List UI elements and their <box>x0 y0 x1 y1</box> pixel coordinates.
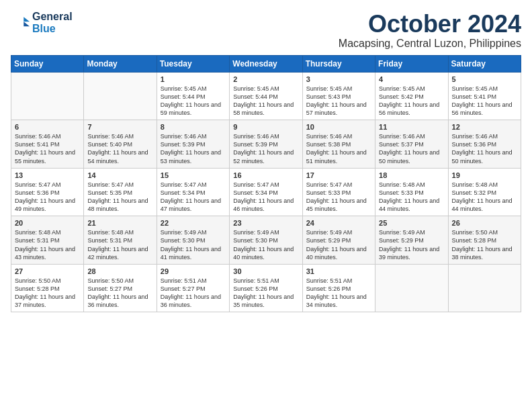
calendar-cell: 10Sunrise: 5:46 AMSunset: 5:38 PMDayligh… <box>302 120 375 169</box>
calendar-cell: 28Sunrise: 5:50 AMSunset: 5:27 PMDayligh… <box>84 264 157 312</box>
calendar-cell: 15Sunrise: 5:47 AMSunset: 5:34 PMDayligh… <box>157 168 229 216</box>
day-number: 27 <box>15 267 80 275</box>
week-row-5: 27Sunrise: 5:50 AMSunset: 5:28 PMDayligh… <box>11 264 521 312</box>
day-detail: Sunrise: 5:46 AMSunset: 5:41 PMDaylight:… <box>15 132 80 165</box>
calendar-cell: 7Sunrise: 5:46 AMSunset: 5:40 PMDaylight… <box>84 120 157 169</box>
day-detail: Sunrise: 5:51 AMSunset: 5:26 PMDaylight:… <box>306 277 371 310</box>
day-detail: Sunrise: 5:45 AMSunset: 5:41 PMDaylight:… <box>452 85 517 118</box>
calendar-cell <box>84 72 157 120</box>
calendar-cell <box>375 264 448 312</box>
day-detail: Sunrise: 5:50 AMSunset: 5:27 PMDaylight:… <box>87 277 152 310</box>
day-number: 30 <box>233 267 298 275</box>
day-number: 7 <box>87 123 152 131</box>
day-detail: Sunrise: 5:45 AMSunset: 5:43 PMDaylight:… <box>306 85 371 118</box>
calendar-cell: 6Sunrise: 5:46 AMSunset: 5:41 PMDaylight… <box>11 120 84 169</box>
calendar-cell: 26Sunrise: 5:50 AMSunset: 5:28 PMDayligh… <box>448 216 521 265</box>
calendar-cell: 24Sunrise: 5:49 AMSunset: 5:29 PMDayligh… <box>302 216 375 265</box>
day-number: 2 <box>233 75 298 83</box>
weekday-header-tuesday: Tuesday <box>157 55 229 72</box>
calendar-cell: 19Sunrise: 5:48 AMSunset: 5:32 PMDayligh… <box>448 168 521 216</box>
week-row-1: 1Sunrise: 5:45 AMSunset: 5:44 PMDaylight… <box>11 72 521 120</box>
calendar-cell: 30Sunrise: 5:51 AMSunset: 5:26 PMDayligh… <box>230 264 302 312</box>
logo: General Blue <box>11 11 73 35</box>
day-detail: Sunrise: 5:50 AMSunset: 5:28 PMDaylight:… <box>452 228 517 261</box>
calendar-cell <box>448 264 521 312</box>
day-number: 1 <box>161 75 226 83</box>
day-detail: Sunrise: 5:49 AMSunset: 5:29 PMDaylight:… <box>306 228 371 261</box>
weekday-header-sunday: Sunday <box>11 55 84 72</box>
day-detail: Sunrise: 5:47 AMSunset: 5:34 PMDaylight:… <box>233 181 298 214</box>
weekday-header-wednesday: Wednesday <box>230 55 302 72</box>
day-number: 23 <box>233 219 298 227</box>
day-detail: Sunrise: 5:47 AMSunset: 5:36 PMDaylight:… <box>15 181 80 214</box>
page-header: General Blue October 2024 Macapsing, Cen… <box>11 11 521 50</box>
calendar-cell: 12Sunrise: 5:46 AMSunset: 5:36 PMDayligh… <box>448 120 521 169</box>
calendar-cell: 22Sunrise: 5:49 AMSunset: 5:30 PMDayligh… <box>157 216 229 265</box>
day-detail: Sunrise: 5:45 AMSunset: 5:44 PMDaylight:… <box>161 85 226 118</box>
week-row-3: 13Sunrise: 5:47 AMSunset: 5:36 PMDayligh… <box>11 168 521 216</box>
day-detail: Sunrise: 5:46 AMSunset: 5:40 PMDaylight:… <box>87 132 152 165</box>
day-number: 31 <box>306 267 371 275</box>
calendar-cell: 4Sunrise: 5:45 AMSunset: 5:42 PMDaylight… <box>375 72 448 120</box>
day-number: 3 <box>306 75 371 83</box>
calendar-cell <box>11 72 84 120</box>
day-detail: Sunrise: 5:49 AMSunset: 5:30 PMDaylight:… <box>233 228 298 261</box>
calendar-table: SundayMondayTuesdayWednesdayThursdayFrid… <box>11 55 521 313</box>
svg-marker-1 <box>24 21 30 26</box>
day-number: 6 <box>15 123 80 131</box>
calendar-cell: 16Sunrise: 5:47 AMSunset: 5:34 PMDayligh… <box>230 168 302 216</box>
calendar-cell: 18Sunrise: 5:48 AMSunset: 5:33 PMDayligh… <box>375 168 448 216</box>
day-detail: Sunrise: 5:48 AMSunset: 5:31 PMDaylight:… <box>87 228 152 261</box>
calendar-cell: 3Sunrise: 5:45 AMSunset: 5:43 PMDaylight… <box>302 72 375 120</box>
location-title: Macapsing, Central Luzon, Philippines <box>339 38 521 50</box>
day-number: 21 <box>87 219 152 227</box>
calendar-cell: 29Sunrise: 5:51 AMSunset: 5:27 PMDayligh… <box>157 264 229 312</box>
calendar-cell: 23Sunrise: 5:49 AMSunset: 5:30 PMDayligh… <box>230 216 302 265</box>
calendar-cell: 14Sunrise: 5:47 AMSunset: 5:35 PMDayligh… <box>84 168 157 216</box>
day-detail: Sunrise: 5:46 AMSunset: 5:38 PMDaylight:… <box>306 132 371 165</box>
calendar-cell: 13Sunrise: 5:47 AMSunset: 5:36 PMDayligh… <box>11 168 84 216</box>
weekday-header-thursday: Thursday <box>302 55 375 72</box>
day-detail: Sunrise: 5:47 AMSunset: 5:35 PMDaylight:… <box>87 181 152 214</box>
logo-text: General Blue <box>32 11 73 35</box>
day-detail: Sunrise: 5:48 AMSunset: 5:32 PMDaylight:… <box>452 181 517 214</box>
weekday-header-friday: Friday <box>375 55 448 72</box>
week-row-4: 20Sunrise: 5:48 AMSunset: 5:31 PMDayligh… <box>11 216 521 265</box>
day-number: 8 <box>161 123 226 131</box>
logo-icon <box>11 13 30 32</box>
calendar-cell: 1Sunrise: 5:45 AMSunset: 5:44 PMDaylight… <box>157 72 229 120</box>
calendar-cell: 25Sunrise: 5:49 AMSunset: 5:29 PMDayligh… <box>375 216 448 265</box>
day-number: 5 <box>452 75 517 83</box>
day-detail: Sunrise: 5:46 AMSunset: 5:39 PMDaylight:… <box>161 132 226 165</box>
day-detail: Sunrise: 5:49 AMSunset: 5:29 PMDaylight:… <box>379 228 444 261</box>
day-detail: Sunrise: 5:47 AMSunset: 5:33 PMDaylight:… <box>306 181 371 214</box>
day-number: 26 <box>452 219 517 227</box>
day-number: 19 <box>452 171 517 179</box>
day-detail: Sunrise: 5:51 AMSunset: 5:26 PMDaylight:… <box>233 277 298 310</box>
svg-marker-0 <box>24 17 30 21</box>
calendar-cell: 31Sunrise: 5:51 AMSunset: 5:26 PMDayligh… <box>302 264 375 312</box>
day-number: 13 <box>15 171 80 179</box>
day-number: 16 <box>233 171 298 179</box>
calendar-cell: 20Sunrise: 5:48 AMSunset: 5:31 PMDayligh… <box>11 216 84 265</box>
calendar-cell: 21Sunrise: 5:48 AMSunset: 5:31 PMDayligh… <box>84 216 157 265</box>
day-detail: Sunrise: 5:50 AMSunset: 5:28 PMDaylight:… <box>15 277 80 310</box>
day-detail: Sunrise: 5:46 AMSunset: 5:39 PMDaylight:… <box>233 132 298 165</box>
calendar-cell: 2Sunrise: 5:45 AMSunset: 5:44 PMDaylight… <box>230 72 302 120</box>
day-number: 24 <box>306 219 371 227</box>
day-number: 20 <box>15 219 80 227</box>
day-number: 18 <box>379 171 444 179</box>
day-number: 25 <box>379 219 444 227</box>
day-number: 10 <box>306 123 371 131</box>
week-row-2: 6Sunrise: 5:46 AMSunset: 5:41 PMDaylight… <box>11 120 521 169</box>
calendar-cell: 17Sunrise: 5:47 AMSunset: 5:33 PMDayligh… <box>302 168 375 216</box>
day-number: 14 <box>87 171 152 179</box>
day-number: 4 <box>379 75 444 83</box>
day-detail: Sunrise: 5:45 AMSunset: 5:42 PMDaylight:… <box>379 85 444 118</box>
day-detail: Sunrise: 5:48 AMSunset: 5:33 PMDaylight:… <box>379 181 444 214</box>
calendar-cell: 8Sunrise: 5:46 AMSunset: 5:39 PMDaylight… <box>157 120 229 169</box>
month-title: October 2024 <box>339 11 521 38</box>
calendar-cell: 27Sunrise: 5:50 AMSunset: 5:28 PMDayligh… <box>11 264 84 312</box>
title-block: October 2024 Macapsing, Central Luzon, P… <box>339 11 521 50</box>
weekday-header-row: SundayMondayTuesdayWednesdayThursdayFrid… <box>11 55 521 72</box>
